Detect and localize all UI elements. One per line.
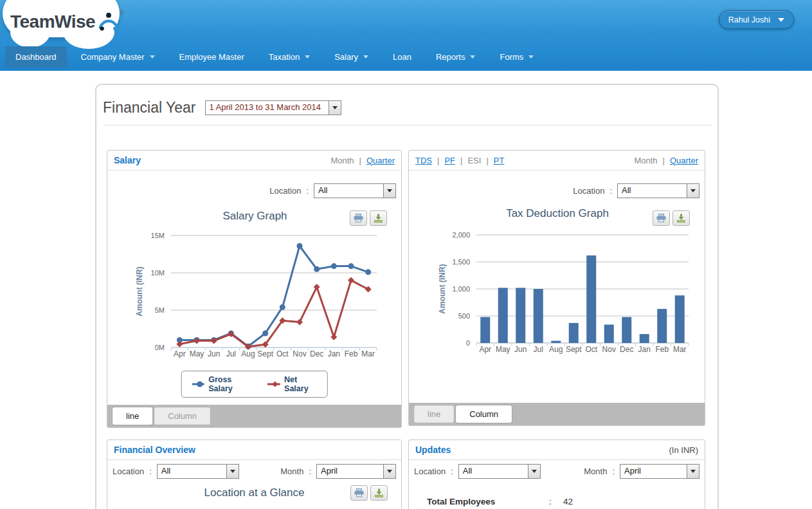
svg-text:5M: 5M bbox=[155, 306, 165, 314]
download-chart-button[interactable] bbox=[370, 210, 387, 226]
chevron-down-icon bbox=[470, 55, 475, 59]
financial-year-row: Financial Year 1 April 2013 to 31 March … bbox=[103, 99, 341, 116]
tax-link-tds[interactable]: TDS bbox=[415, 156, 432, 165]
svg-text:15M: 15M bbox=[151, 232, 165, 239]
updates-month-select[interactable]: April bbox=[620, 464, 699, 479]
dropdown-arrow-icon[interactable] bbox=[528, 465, 540, 478]
svg-text:Feb: Feb bbox=[345, 349, 358, 358]
nav-item-dashboard[interactable]: Dashboard bbox=[5, 46, 67, 68]
chevron-down-icon bbox=[363, 55, 368, 59]
printer-icon bbox=[354, 214, 363, 223]
app-logo[interactable]: TeamWise ® bbox=[10, 9, 125, 35]
salary-tab-line[interactable]: line bbox=[113, 407, 152, 425]
nav-item-employee-master[interactable]: Employee Master bbox=[169, 46, 255, 68]
salary-chart-actions bbox=[350, 210, 387, 226]
download-chart-button[interactable] bbox=[370, 485, 388, 501]
nav-item-reports[interactable]: Reports bbox=[426, 46, 486, 68]
tax-location-select[interactable]: All bbox=[617, 183, 699, 198]
tax-panel: TDS|PF|ESI|PT Month | Quarter Location :… bbox=[408, 150, 705, 426]
svg-text:1,000: 1,000 bbox=[452, 285, 470, 293]
user-menu-button[interactable]: Rahul Joshi bbox=[719, 10, 794, 29]
dropdown-arrow-icon[interactable] bbox=[383, 184, 395, 198]
svg-text:Dec: Dec bbox=[620, 345, 633, 354]
svg-text:Sept: Sept bbox=[257, 349, 273, 358]
svg-text:May: May bbox=[190, 349, 204, 358]
svg-text:Oct: Oct bbox=[276, 349, 289, 358]
chevron-down-icon bbox=[305, 55, 310, 59]
svg-text:May: May bbox=[496, 345, 510, 354]
salary-location-select[interactable]: All bbox=[314, 183, 396, 198]
svg-text:Aug: Aug bbox=[241, 349, 255, 358]
svg-text:Jan: Jan bbox=[328, 349, 340, 358]
legend-marker-icon bbox=[267, 380, 280, 388]
svg-text:2,000: 2,000 bbox=[452, 231, 470, 239]
overview-chart-actions bbox=[350, 485, 388, 501]
nav-item-salary[interactable]: Salary bbox=[324, 46, 379, 68]
user-name: Rahul Joshi bbox=[728, 15, 770, 24]
dropdown-arrow-icon[interactable] bbox=[687, 184, 699, 198]
nav-item-company-master[interactable]: Company Master bbox=[71, 46, 165, 68]
registered-trademark: ® bbox=[120, 9, 124, 16]
tax-location-filter: Location : All bbox=[573, 183, 699, 198]
tax-chart-type-tabs: lineColumn bbox=[409, 403, 705, 425]
financial-year-label: Financial Year bbox=[103, 99, 196, 116]
salary-location-filter: Location : All bbox=[269, 183, 396, 198]
svg-text:Jun: Jun bbox=[208, 349, 220, 358]
dropdown-arrow-icon[interactable] bbox=[687, 465, 699, 478]
location-label: Location bbox=[113, 467, 144, 476]
overview-panel-title: Financial Overview bbox=[114, 445, 195, 455]
nav-item-taxation[interactable]: Taxation bbox=[258, 46, 320, 68]
salary-line-chart: 0M5M10M15MAprMayJunJulAugSeptOctNovDecJa… bbox=[107, 205, 402, 366]
salary-tab-column[interactable]: Column bbox=[154, 407, 210, 425]
chevron-down-icon bbox=[528, 55, 534, 59]
separator: | bbox=[663, 156, 665, 165]
tax-link-esi[interactable]: ESI bbox=[467, 156, 481, 165]
tax-link-pf[interactable]: PF bbox=[444, 156, 455, 165]
legend-item-net-salary[interactable]: Net Salary bbox=[267, 375, 317, 393]
svg-text:Nov: Nov bbox=[602, 345, 616, 354]
print-chart-button[interactable] bbox=[350, 485, 368, 501]
view-month[interactable]: Month bbox=[330, 156, 354, 165]
svg-text:Salary Graph: Salary Graph bbox=[222, 210, 287, 222]
svg-text:1,500: 1,500 bbox=[452, 258, 470, 266]
tax-tab-column[interactable]: Column bbox=[456, 405, 512, 423]
svg-text:Apr: Apr bbox=[174, 349, 186, 358]
financial-overview-panel: Financial Overview Location : All Month … bbox=[107, 440, 402, 509]
view-month[interactable]: Month bbox=[634, 156, 657, 165]
view-quarter-link[interactable]: Quarter bbox=[670, 156, 698, 165]
download-chart-button[interactable] bbox=[672, 210, 690, 226]
tax-tab-line[interactable]: line bbox=[414, 405, 454, 423]
separator: | bbox=[486, 156, 488, 165]
svg-text:Sept: Sept bbox=[566, 345, 582, 354]
financial-year-select[interactable]: 1 April 2013 to 31 March 2014 bbox=[205, 100, 341, 115]
chevron-down-icon bbox=[778, 18, 784, 22]
download-icon bbox=[676, 214, 686, 223]
dropdown-arrow-icon[interactable] bbox=[226, 465, 239, 478]
tax-bar-chart: 05001,0001,5002,000AprMayJunJulAugSeptOc… bbox=[409, 205, 706, 366]
salary-panel-header: Salary Month | Quarter bbox=[107, 151, 401, 171]
updates-location-select[interactable]: All bbox=[458, 464, 541, 479]
download-icon bbox=[374, 488, 384, 497]
nav-item-forms[interactable]: Forms bbox=[489, 46, 544, 68]
month-label: Month bbox=[584, 467, 607, 476]
separator: | bbox=[437, 156, 439, 165]
legend-item-gross-salary[interactable]: Gross Salary bbox=[192, 375, 249, 393]
print-chart-button[interactable] bbox=[350, 210, 367, 226]
separator: | bbox=[460, 156, 462, 165]
location-label: Location bbox=[573, 186, 604, 196]
overview-month-select[interactable]: April bbox=[316, 464, 396, 479]
dropdown-arrow-icon[interactable] bbox=[383, 465, 395, 478]
view-quarter-link[interactable]: Quarter bbox=[366, 156, 395, 165]
tax-type-links: TDS|PF|ESI|PT bbox=[415, 156, 504, 165]
divider bbox=[103, 125, 712, 125]
print-chart-button[interactable] bbox=[653, 210, 670, 226]
chart-legend: Gross SalaryNet Salary bbox=[181, 371, 328, 398]
updates-panel-header: Updates (In INR) bbox=[409, 440, 705, 460]
svg-text:Feb: Feb bbox=[655, 345, 669, 354]
svg-text:Nov: Nov bbox=[293, 349, 306, 358]
dropdown-arrow-icon[interactable] bbox=[329, 101, 341, 115]
svg-text:10M: 10M bbox=[151, 269, 165, 277]
tax-link-pt[interactable]: PT bbox=[494, 156, 505, 165]
overview-location-select[interactable]: All bbox=[157, 464, 239, 479]
nav-item-loan[interactable]: Loan bbox=[383, 46, 422, 68]
